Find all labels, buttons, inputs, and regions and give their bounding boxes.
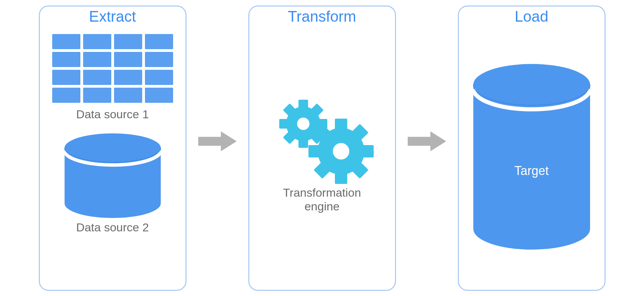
arrow-transform-to-load [406, 129, 448, 153]
transformation-engine-label-line2: engine [304, 200, 339, 213]
data-source-2-label: Data source 2 [76, 221, 149, 234]
load-panel: Load Target [458, 6, 606, 291]
svg-marker-1 [198, 131, 237, 151]
load-body: Target [466, 25, 597, 290]
extract-body: Data source 1 Data source 2 [40, 25, 185, 290]
arrow-right-icon [197, 129, 238, 153]
data-source-1-label: Data source 1 [76, 108, 149, 121]
svg-marker-22 [408, 131, 446, 151]
arrow-right-icon [406, 129, 448, 153]
transformation-engine-label-line1: Transformation [283, 186, 361, 199]
svg-point-21 [333, 143, 349, 160]
svg-point-11 [297, 118, 309, 130]
extract-panel: Extract Data source 1 [39, 6, 187, 291]
arrow-extract-to-transform [197, 129, 238, 153]
transformation-engine-label: Transformation engine [283, 186, 361, 213]
target-cylinder-container: Target [466, 61, 597, 254]
data-source-2-group: Data source 2 [58, 131, 168, 234]
etl-diagram: Extract Data source 1 [0, 0, 644, 296]
cylinder-large-icon [466, 61, 597, 253]
transform-body: Transformation engine [267, 11, 377, 290]
gears-icon [267, 88, 377, 184]
extract-title: Extract [89, 8, 136, 25]
transform-panel: Transform [248, 6, 396, 291]
cylinder-small-icon [58, 131, 168, 221]
load-title: Load [515, 8, 549, 25]
table-grid-icon [52, 34, 173, 103]
